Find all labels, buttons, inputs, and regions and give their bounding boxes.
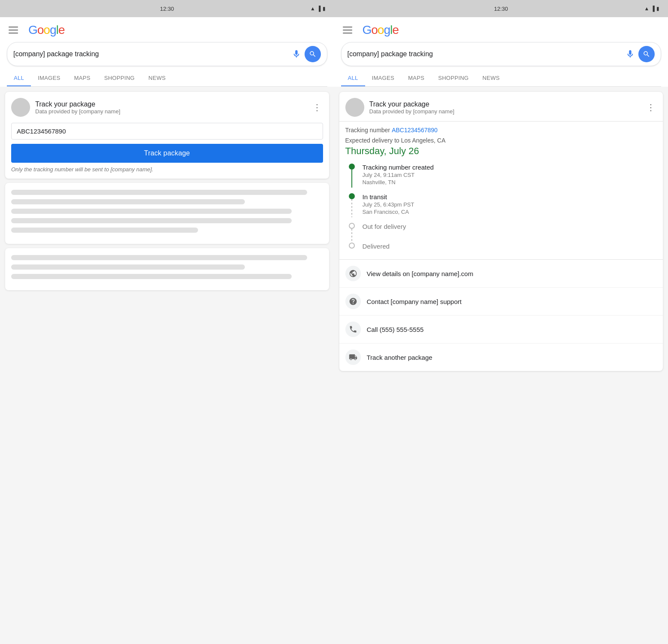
action-call-text: Call (555) 555-5555: [367, 326, 424, 333]
skeleton-line-1: [11, 190, 307, 195]
right-logo-g: G: [363, 23, 372, 36]
right-tab-images[interactable]: IMAGES: [365, 70, 401, 86]
right-search-input[interactable]: [348, 50, 626, 58]
truck-icon: [345, 349, 361, 365]
timeline-left-1: [345, 164, 358, 188]
right-card-header: Track your package Data provided by [com…: [339, 92, 663, 121]
left-hamburger-menu[interactable]: [7, 25, 20, 35]
logo-g: G: [28, 23, 37, 36]
left-search-input[interactable]: [13, 50, 292, 58]
left-card-subtitle: Data provided by [company name]: [35, 108, 311, 115]
battery-icon-r: ▮: [656, 6, 659, 12]
right-card-header-text: Track your package Data provided by [com…: [369, 100, 645, 115]
left-tab-news[interactable]: NEWS: [141, 70, 172, 86]
status-icons-right: ▲ ▐ ▮: [644, 6, 659, 12]
left-tab-maps[interactable]: MAPS: [67, 70, 97, 86]
status-bar-left: 12:30 ▲ ▐ ▮: [0, 0, 334, 17]
action-track-another[interactable]: Track another package: [339, 343, 663, 371]
status-icons-left: ▲ ▐ ▮: [310, 6, 325, 12]
delivery-label: Expected delivery to Los Angeles, CA: [345, 137, 657, 144]
left-more-button[interactable]: ⋮: [311, 101, 323, 113]
hamburger-line-1: [9, 27, 18, 27]
right-google-logo: Google: [363, 23, 399, 37]
left-card-header-text: Track your package Data provided by [com…: [35, 100, 311, 115]
timeline-content-1: Tracking number created July 24, 9:11am …: [363, 164, 657, 193]
left-tab-shopping[interactable]: SHOPPING: [97, 70, 141, 86]
left-skeleton-card-1: [5, 183, 329, 244]
right-search-bar[interactable]: [341, 42, 662, 66]
skeleton-line-7: [11, 264, 245, 270]
signal-icon: ▐: [317, 6, 321, 12]
left-tab-images[interactable]: IMAGES: [31, 70, 67, 86]
right-tracking-result: Tracking number ABC1234567890 Expected d…: [339, 122, 663, 259]
right-tracking-card: Track your package Data provided by [com…: [339, 92, 663, 371]
left-card-header: Track your package Data provided by [com…: [5, 92, 329, 121]
globe-icon: [345, 266, 361, 281]
timeline: Tracking number created July 24, 9:11am …: [345, 164, 657, 254]
right-company-avatar: [345, 98, 364, 117]
action-track-another-text: Track another package: [367, 354, 433, 361]
right-tab-all[interactable]: ALL: [341, 70, 365, 86]
right-search-button[interactable]: [638, 46, 655, 62]
left-tab-all[interactable]: ALL: [7, 70, 31, 86]
left-search-bar[interactable]: [7, 42, 327, 66]
right-hamburger-menu[interactable]: [341, 25, 354, 35]
right-mic-icon[interactable]: [625, 49, 635, 59]
timeline-item-4: Delivered: [345, 243, 657, 252]
timeline-content-4: Delivered: [363, 243, 657, 252]
help-icon: [345, 294, 361, 309]
logo-o1: o: [37, 23, 44, 36]
right-top-bar: Google ALL IMAGES MAPS SHOPPING: [334, 17, 668, 87]
signal-icon-r: ▐: [651, 6, 655, 12]
left-track-button[interactable]: Track package: [11, 144, 323, 163]
timeline-dot-4: [349, 243, 355, 249]
left-skeleton-card-2: [5, 248, 329, 290]
timeline-detail-1a: July 24, 9:11am CST: [363, 172, 657, 178]
right-content: Track your package Data provided by [com…: [334, 87, 668, 376]
wifi-icon-r: ▲: [644, 6, 650, 12]
right-card-subtitle: Data provided by [company name]: [369, 108, 645, 115]
skeleton-line-6: [11, 255, 307, 260]
action-call[interactable]: Call (555) 555-5555: [339, 316, 663, 343]
timeline-detail-1b: Nashville, TN: [363, 179, 657, 185]
skeleton-line-5: [11, 228, 198, 233]
timeline-dot-3: [349, 223, 355, 229]
right-top-nav: Google: [341, 23, 662, 37]
right-hamburger-line-3: [343, 33, 352, 33]
skeleton-line-8: [11, 274, 292, 279]
timeline-content-3: Out for delivery: [363, 223, 657, 238]
timeline-line-1: [351, 170, 352, 188]
action-view-details[interactable]: View details on [company name].com: [339, 260, 663, 288]
left-top-nav: Google: [7, 23, 327, 37]
tracking-number-label: Tracking number ABC1234567890: [345, 127, 657, 134]
right-tab-news[interactable]: NEWS: [476, 70, 506, 86]
timeline-event-2: In transit: [363, 193, 657, 200]
timeline-left-3: [345, 223, 358, 243]
right-more-button[interactable]: ⋮: [645, 101, 657, 113]
timeline-content-2: In transit July 25, 6:43pm PST San Franc…: [363, 193, 657, 223]
right-tab-maps[interactable]: MAPS: [401, 70, 431, 86]
right-hamburger-line-2: [343, 30, 352, 30]
skeleton-line-4: [11, 218, 292, 223]
wifi-icon: ▲: [310, 6, 315, 12]
timeline-event-3: Out for delivery: [363, 223, 657, 230]
phone-icon: [345, 322, 361, 337]
timeline-item-1: Tracking number created July 24, 9:11am …: [345, 164, 657, 193]
left-tracking-number-input[interactable]: [11, 123, 323, 140]
timeline-left-2: [345, 193, 358, 217]
right-tab-shopping[interactable]: SHOPPING: [431, 70, 476, 86]
delivery-date: Thursday, July 26: [345, 146, 657, 157]
right-card-title: Track your package: [369, 100, 645, 108]
left-google-logo: Google: [28, 23, 64, 37]
action-contact-support[interactable]: Contact [company name] support: [339, 288, 663, 316]
timeline-line-2: [351, 199, 352, 217]
status-bar-right: 12:30 ▲ ▐ ▮: [334, 0, 668, 17]
tracking-label-text: Tracking number: [345, 127, 390, 134]
left-privacy-note: Only the tracking number will be sent to…: [11, 166, 323, 173]
timeline-left-4: [345, 243, 358, 249]
logo-e: e: [58, 23, 65, 36]
right-tab-bar: ALL IMAGES MAPS SHOPPING NEWS: [341, 70, 662, 87]
battery-icon: ▮: [323, 6, 326, 12]
left-search-button[interactable]: [305, 46, 321, 62]
left-mic-icon[interactable]: [292, 49, 301, 59]
